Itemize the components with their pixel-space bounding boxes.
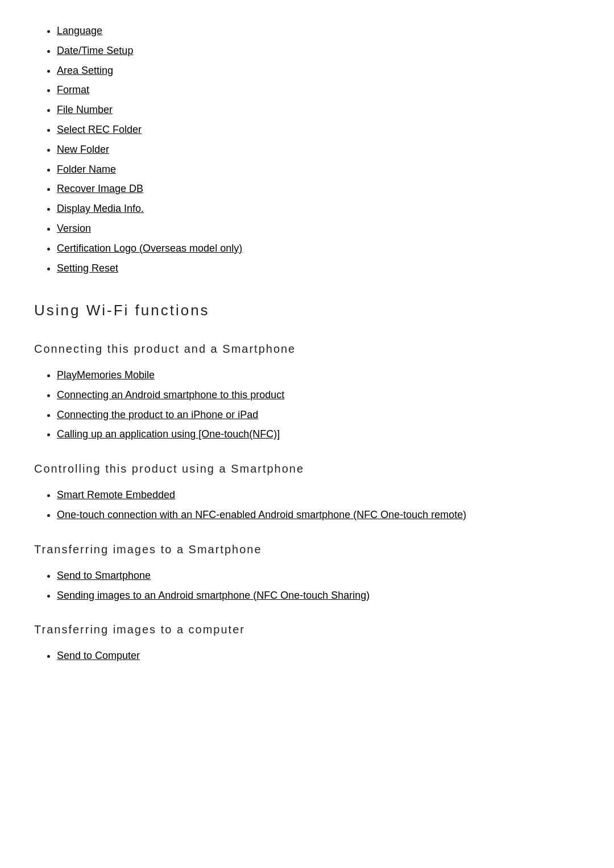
link-setting-reset[interactable]: Setting Reset <box>57 262 118 274</box>
link-format[interactable]: Format <box>57 84 89 95</box>
list-item: Language <box>57 23 580 39</box>
list-item: Select REC Folder <box>57 122 580 138</box>
subsection-list-controlling-smartphone: Smart Remote EmbeddedOne-touch connectio… <box>34 487 580 523</box>
link-send-to-computer[interactable]: Send to Computer <box>57 650 140 661</box>
link-send-to-smartphone[interactable]: Send to Smartphone <box>57 570 151 581</box>
list-item: Folder Name <box>57 161 580 178</box>
list-item: File Number <box>57 102 580 118</box>
list-item: Connecting the product to an iPhone or i… <box>57 407 580 423</box>
subsection-title-transferring-computer: Transferring images to a computer <box>34 620 580 639</box>
list-item: Display Media Info. <box>57 201 580 217</box>
link-connecting-iphone[interactable]: Connecting the product to an iPhone or i… <box>57 409 258 420</box>
top-link-list: LanguageDate/Time SetupArea SettingForma… <box>34 23 580 276</box>
subsection-title-controlling-smartphone: Controlling this product using a Smartph… <box>34 460 580 478</box>
link-area-setting[interactable]: Area Setting <box>57 65 113 76</box>
link-nfc-one-touch-remote[interactable]: One-touch connection with an NFC-enabled… <box>57 509 466 520</box>
list-item: New Folder <box>57 141 580 158</box>
link-nfc-one-touch-sharing[interactable]: Sending images to an Android smartphone … <box>57 590 370 601</box>
wifi-subsections: Connecting this product and a Smartphone… <box>34 340 580 664</box>
link-recover-image-db[interactable]: Recover Image DB <box>57 183 143 194</box>
link-language[interactable]: Language <box>57 25 102 36</box>
list-item: Date/Time Setup <box>57 43 580 59</box>
list-item: Setting Reset <box>57 260 580 277</box>
link-folder-name[interactable]: Folder Name <box>57 164 116 175</box>
link-new-folder[interactable]: New Folder <box>57 144 109 155</box>
list-item: Send to Smartphone <box>57 567 580 584</box>
list-item: Certification Logo (Overseas model only) <box>57 240 580 257</box>
list-item: Format <box>57 82 580 98</box>
link-connecting-android[interactable]: Connecting an Android smartphone to this… <box>57 389 284 400</box>
list-item: One-touch connection with an NFC-enabled… <box>57 507 580 523</box>
subsection-list-transferring-computer: Send to Computer <box>34 648 580 664</box>
link-calling-nfc[interactable]: Calling up an application using [One-tou… <box>57 428 280 440</box>
link-version[interactable]: Version <box>57 223 91 234</box>
list-item: Sending images to an Android smartphone … <box>57 587 580 604</box>
link-display-media-info[interactable]: Display Media Info. <box>57 203 144 214</box>
subsection-title-transferring-smartphone: Transferring images to a Smartphone <box>34 540 580 558</box>
link-playmemories-mobile[interactable]: PlayMemories Mobile <box>57 369 155 381</box>
list-item: Calling up an application using [One-tou… <box>57 426 580 443</box>
list-item: Send to Computer <box>57 648 580 664</box>
list-item: Area Setting <box>57 62 580 79</box>
subsection-list-transferring-smartphone: Send to SmartphoneSending images to an A… <box>34 567 580 604</box>
link-datetime-setup[interactable]: Date/Time Setup <box>57 45 133 56</box>
list-item: PlayMemories Mobile <box>57 367 580 383</box>
list-item: Smart Remote Embedded <box>57 487 580 503</box>
link-file-number[interactable]: File Number <box>57 104 113 115</box>
wifi-section-title: Using Wi-Fi functions <box>34 299 580 323</box>
list-item: Connecting an Android smartphone to this… <box>57 387 580 403</box>
link-certification-logo[interactable]: Certification Logo (Overseas model only) <box>57 243 242 254</box>
link-smart-remote-embedded[interactable]: Smart Remote Embedded <box>57 489 175 500</box>
list-item: Recover Image DB <box>57 181 580 197</box>
link-select-rec-folder[interactable]: Select REC Folder <box>57 124 142 135</box>
subsection-list-connecting-smartphone: PlayMemories MobileConnecting an Android… <box>34 367 580 443</box>
list-item: Version <box>57 220 580 237</box>
subsection-title-connecting-smartphone: Connecting this product and a Smartphone <box>34 340 580 358</box>
